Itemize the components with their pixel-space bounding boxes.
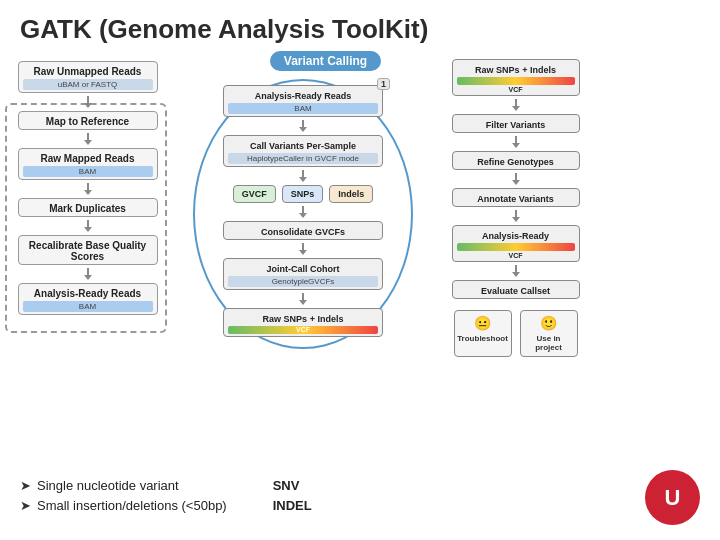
arrow-down [511,173,521,185]
troubleshoot-label: Troubleshoot [457,334,508,343]
bullet-row-snv: ➤ Single nucleotide variant SNV [20,478,323,493]
vc-indels-box: Indels [329,185,373,203]
bullet-text-indel: Small insertion/deletions (<50bp) [37,498,227,513]
vc-box-consolidate: Consolidate GVCFs [223,221,383,240]
right-box-evaluate-callset: Evaluate Callset [452,280,580,299]
bullet-list: ➤ Single nucleotide variant SNV ➤ Small … [20,478,323,518]
right-box-filter-variants: Filter Variants [452,114,580,133]
right-box-analysis-ready: Analysis-Ready VCF [452,225,580,262]
bullet-arrow-indel: ➤ [20,498,31,513]
box-label: Analysis-Ready Reads [34,288,141,299]
use-in-project-icon: 🙂 [540,315,557,331]
bottom-section: ➤ Single nucleotide variant SNV ➤ Small … [20,470,700,525]
bullet-abbr-indel: INDEL [273,498,323,513]
arrow-down [83,133,93,145]
right-box-refine-genotypes: Refine Genotypes [452,151,580,170]
bullet-abbr-snv: SNV [273,478,323,493]
arrow-down [83,183,93,195]
box-label: Raw Unmapped Reads [34,66,142,77]
pipeline-box-analysis-ready: Analysis-Ready Reads BAM [18,283,158,315]
page-title: GATK (Genome Analysis ToolKit) [0,0,720,51]
variant-calling-section: Variant Calling Analysis-Ready Reads BAM… [183,51,423,337]
troubleshoot-icon: 😐 [474,315,491,331]
vc-box-joint-call: Joint-Call Cohort GenotypleGVCFs [223,258,383,290]
pipeline-box-raw-mapped: Raw Mapped Reads BAM [18,148,158,180]
box-sublabel: BAM [23,301,153,312]
bullet-text-snv: Single nucleotide variant [37,478,227,493]
right-pipeline: Raw SNPs + Indels VCF Filter Variants Re… [443,59,588,357]
arrow-down [298,243,308,255]
vc-box-call-variants: Call Variants Per-Sample HaplotypeCaller… [223,135,383,167]
arrow-down [298,206,308,218]
right-box-raw-snps: Raw SNPs + Indels VCF [452,59,580,96]
action-boxes: 😐 Troubleshoot 🙂 Use in project [454,310,578,357]
variant-calling-label: Variant Calling [270,51,381,71]
pipeline-box-recalibrate: Recalibrate Base Quality Scores [18,235,158,265]
arrow-down [83,96,93,108]
right-box-annotate-variants: Annotate Variants [452,188,580,207]
arrow-down [83,220,93,232]
arrow-down [511,99,521,111]
pipeline-box-map-to-reference: Map to Reference [18,111,158,130]
left-pipeline: Raw Unmapped Reads uBAM or FASTQ Map to … [10,61,165,315]
bullet-arrow-snv: ➤ [20,478,31,493]
vc-gvcf-box: GVCF [233,185,276,203]
vc-box-raw-snps: Raw SNPs + Indels VCF [223,308,383,337]
box-label: Map to Reference [46,116,129,127]
arrow-down [298,120,308,132]
vc-box-analysis-ready: Analysis-Ready Reads BAM 1 [223,85,383,117]
arrow-down [83,268,93,280]
logo-text: U [665,485,681,511]
box-label: Raw Mapped Reads [41,153,135,164]
pipeline-box-raw-unmapped: Raw Unmapped Reads uBAM or FASTQ [18,61,158,93]
use-in-project-label: Use in project [523,334,575,352]
box-label: Mark Duplicates [49,203,126,214]
vc-row-types: GVCF SNPs Indels [233,185,374,203]
arrow-down [511,210,521,222]
action-box-use-in-project[interactable]: 🙂 Use in project [520,310,578,357]
bullet-row-indel: ➤ Small insertion/deletions (<50bp) INDE… [20,498,323,513]
box-sublabel: uBAM or FASTQ [23,79,153,90]
vc-pipeline: Analysis-Ready Reads BAM 1 Call Variants… [183,80,423,337]
pipeline-box-mark-duplicates: Mark Duplicates [18,198,158,217]
arrow-down [511,265,521,277]
action-box-troubleshoot[interactable]: 😐 Troubleshoot [454,310,512,357]
university-logo: U [645,470,700,525]
arrow-down [511,136,521,148]
box-label: Recalibrate Base Quality Scores [29,240,146,262]
vc-snps-box: SNPs [282,185,324,203]
arrow-down [298,293,308,305]
arrow-down [298,170,308,182]
box-sublabel: BAM [23,166,153,177]
